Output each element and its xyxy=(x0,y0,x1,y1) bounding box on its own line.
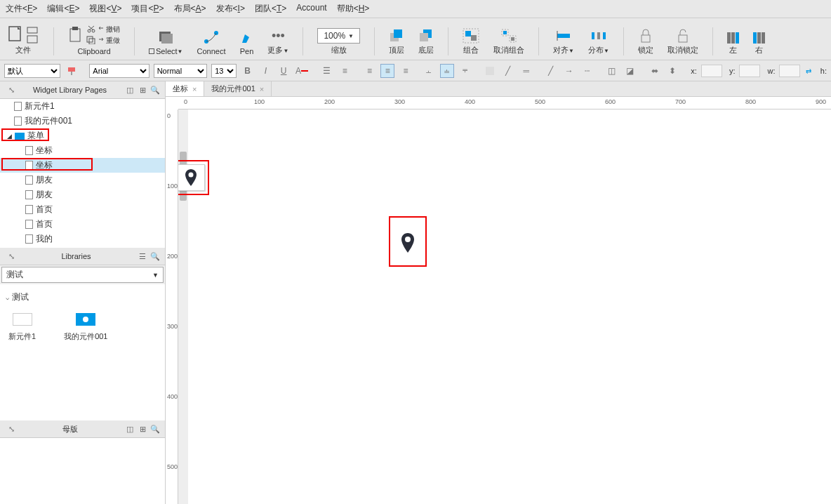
bold-button[interactable]: B xyxy=(241,64,255,78)
y-input[interactable] xyxy=(739,65,760,77)
size-select[interactable]: 13 xyxy=(211,64,237,78)
add-master-icon[interactable]: ◫ xyxy=(124,423,135,435)
tab[interactable]: 我的元件001× xyxy=(204,81,272,96)
undo-icon[interactable] xyxy=(98,26,105,33)
tool-more-group[interactable]: ••• 更多▼ xyxy=(267,29,288,55)
font-color-button[interactable]: A xyxy=(295,64,309,78)
menu-view[interactable]: 视图<V> xyxy=(89,3,121,15)
lock-ratio-icon[interactable]: ⇄ xyxy=(804,66,813,76)
search-icon[interactable]: 🔍 xyxy=(149,84,161,95)
tree-item[interactable]: 新元件1 xyxy=(0,99,165,114)
menu-project[interactable]: 项目<P> xyxy=(131,3,164,15)
right-panel-icon xyxy=(753,32,765,44)
add-folder-icon[interactable]: ⊞ xyxy=(137,84,148,95)
collapse-icon[interactable]: ⤡ xyxy=(6,84,17,95)
line-pattern-button[interactable]: ┄ xyxy=(580,64,594,78)
tree-item[interactable]: 首页 xyxy=(0,217,165,232)
line-style-button[interactable]: ╱ xyxy=(544,64,558,78)
tool-align-group[interactable]: 对齐▼ xyxy=(553,28,574,55)
menu-publish[interactable]: 发布<I> xyxy=(216,3,245,15)
collapse-icon[interactable]: ⤡ xyxy=(6,423,17,435)
toolbar-main: 文件 撤销 重做 Clipboard Select▼ Connect xyxy=(0,18,831,60)
tool-left-group[interactable]: 左 xyxy=(727,32,739,55)
align-right-button[interactable]: ≡ xyxy=(399,64,413,78)
copy-icon[interactable] xyxy=(86,36,96,44)
tool-file-group: 文件 xyxy=(7,25,39,55)
tree-item-selected[interactable]: 坐标 xyxy=(0,158,165,173)
tool-ungroup-btn[interactable]: 取消组合 xyxy=(493,28,524,55)
padding-h-button[interactable]: ⬌ xyxy=(648,64,662,78)
tab-active[interactable]: 坐标× xyxy=(166,81,204,96)
w-input[interactable] xyxy=(779,65,800,77)
line-color-button[interactable]: ╱ xyxy=(501,64,515,78)
tool-unlock-group[interactable]: 取消锁定 xyxy=(667,28,698,55)
menu-layout[interactable]: 布局<A> xyxy=(174,3,206,15)
new-file-icon[interactable] xyxy=(7,25,24,44)
save-file-icon[interactable] xyxy=(27,35,39,44)
redo-icon[interactable] xyxy=(98,37,105,44)
weight-select[interactable]: Normal xyxy=(154,64,207,78)
close-icon[interactable]: × xyxy=(192,85,197,93)
menu-edit[interactable]: 编辑<E> xyxy=(47,3,79,15)
page-icon xyxy=(25,234,33,244)
open-file-icon[interactable] xyxy=(27,25,39,34)
collapse-icon[interactable]: ⤡ xyxy=(6,251,17,262)
tool-connect-group[interactable]: Connect xyxy=(197,29,226,55)
tree-item[interactable]: 首页 xyxy=(0,202,165,217)
inner-shadow-button[interactable]: ◪ xyxy=(623,64,637,78)
paint-format-icon[interactable] xyxy=(65,64,79,78)
align-left-button[interactable]: ≡ xyxy=(363,64,377,78)
search-icon[interactable]: 🔍 xyxy=(149,251,161,262)
canvas[interactable] xyxy=(178,110,831,504)
add-page-icon[interactable]: ◫ xyxy=(124,84,135,95)
tool-distribute-group[interactable]: 分布▼ xyxy=(588,28,609,55)
tool-lock-group[interactable]: 锁定 xyxy=(638,28,653,55)
valign-top-button[interactable]: ⫠ xyxy=(423,64,437,78)
arrow-style-button[interactable]: → xyxy=(562,64,576,78)
fill-color-button[interactable] xyxy=(483,64,497,78)
bullet-list-button[interactable]: ☰ xyxy=(320,64,334,78)
menu-account[interactable]: Account xyxy=(296,3,326,15)
menu-icon[interactable]: ☰ xyxy=(137,251,148,262)
menu-team[interactable]: 团队<T> xyxy=(255,3,286,15)
lib-item[interactable]: 新元件1 xyxy=(8,313,36,342)
italic-button[interactable]: I xyxy=(259,64,273,78)
tree-item[interactable]: 我的元件001 xyxy=(0,114,165,128)
close-icon[interactable]: × xyxy=(260,85,264,93)
cut-icon[interactable] xyxy=(86,25,96,33)
library-select[interactable]: 测试▼ xyxy=(1,267,164,283)
tree-item[interactable]: 朋友 xyxy=(0,187,165,202)
ungroup-icon xyxy=(500,28,517,44)
valign-bottom-button[interactable]: ⫧ xyxy=(458,64,472,78)
x-input[interactable] xyxy=(701,65,722,77)
location-pin-icon[interactable] xyxy=(399,232,416,254)
align-center-button[interactable]: ≡ xyxy=(380,64,394,78)
tool-right-group[interactable]: 右 xyxy=(753,32,765,55)
tree-item[interactable]: 坐标 xyxy=(0,143,165,158)
style-select[interactable]: 默认 xyxy=(4,64,60,78)
tool-bottom-group[interactable]: 底层 xyxy=(418,28,434,55)
add-folder-icon[interactable]: ⊞ xyxy=(137,423,148,435)
pages-tree: 新元件1 我的元件001 ◢菜单 坐标 坐标 朋友 朋友 首页 首页 我的 xyxy=(0,99,165,248)
line-spacing-button[interactable]: ≡ xyxy=(338,64,352,78)
underline-button[interactable]: U xyxy=(277,64,291,78)
tool-top-group[interactable]: 顶层 xyxy=(389,28,404,55)
tool-select-group[interactable]: Select▼ xyxy=(149,29,183,55)
lib-section[interactable]: ⌵测试 xyxy=(4,289,161,306)
search-icon[interactable]: 🔍 xyxy=(149,423,161,435)
menu-file[interactable]: 文件<F> xyxy=(6,3,37,15)
padding-v-button[interactable]: ⬍ xyxy=(666,64,680,78)
zoom-select[interactable]: 100%▼ xyxy=(317,28,360,44)
line-width-button[interactable]: ═ xyxy=(519,64,533,78)
valign-middle-button[interactable]: ⫨ xyxy=(440,64,454,78)
tool-group-btn[interactable]: 组合 xyxy=(463,28,479,55)
tree-item-folder[interactable]: ◢菜单 xyxy=(0,128,165,143)
tree-item[interactable]: 我的 xyxy=(0,232,165,246)
paste-icon[interactable] xyxy=(68,26,84,44)
menu-help[interactable]: 帮助<H> xyxy=(337,3,370,15)
outer-shadow-button[interactable]: ◫ xyxy=(605,64,619,78)
tool-pen-group[interactable]: Pen xyxy=(239,29,253,55)
tree-item[interactable]: 朋友 xyxy=(0,173,165,187)
lib-item[interactable]: 我的元件001 xyxy=(64,313,107,342)
font-select[interactable]: Arial xyxy=(89,64,149,78)
